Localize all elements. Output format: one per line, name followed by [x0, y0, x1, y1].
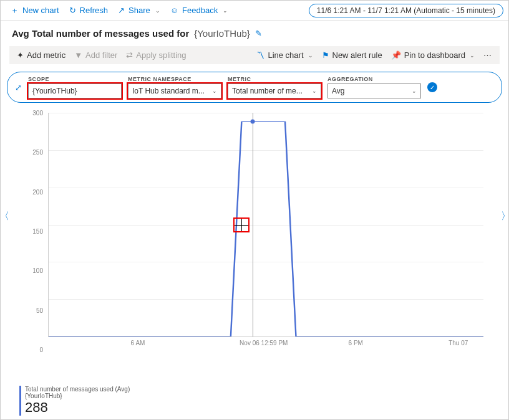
- namespace-label: METRIC NAMESPACE: [128, 76, 221, 82]
- chart-plot-area[interactable]: [48, 113, 483, 337]
- add-metric-button[interactable]: ✦Add metric: [17, 50, 65, 60]
- title-subject: {YourIoTHub}: [194, 28, 250, 39]
- scope-value: {YourIoTHub}: [32, 87, 77, 95]
- refresh-button[interactable]: ↻Refresh: [64, 4, 114, 17]
- chevron-down-icon: ⌄: [223, 7, 228, 14]
- chart-legend[interactable]: Total number of messages used (Avg) {You…: [19, 386, 130, 416]
- add-filter-label: Add filter: [85, 50, 117, 60]
- add-metric-label: Add metric: [27, 50, 65, 60]
- aggregation-label: AGGREGATION: [327, 76, 421, 82]
- add-metric-icon: ✦: [17, 50, 24, 60]
- feedback-button[interactable]: ☺Feedback⌄: [165, 4, 233, 17]
- new-alert-label: New alert rule: [332, 50, 382, 60]
- edit-title-button[interactable]: ✎: [255, 29, 262, 38]
- legend-value: 288: [25, 399, 130, 416]
- chart-type-button[interactable]: 〽Line chart⌄: [256, 50, 313, 60]
- refresh-label: Refresh: [80, 6, 109, 15]
- hover-guideline: [253, 113, 253, 336]
- apply-splitting-button[interactable]: ⇄Apply splitting: [126, 50, 186, 60]
- prev-chart-button[interactable]: 〈: [0, 210, 8, 219]
- y-axis: 300 250 200 150 100 50 0: [21, 113, 43, 350]
- namespace-picker[interactable]: METRIC NAMESPACE IoT Hub standard m...⌄: [128, 76, 221, 98]
- scope-label: SCOPE: [28, 76, 122, 82]
- crosshair-cursor: [233, 217, 250, 232]
- time-range-selector[interactable]: 11/6 1:21 AM - 11/7 1:21 AM (Automatic -…: [309, 4, 503, 17]
- alert-icon: ⚑: [322, 50, 329, 60]
- aggregation-picker[interactable]: AGGREGATION Avg⌄: [327, 76, 421, 98]
- chevron-down-icon: ⌄: [308, 52, 313, 59]
- scope-picker[interactable]: SCOPE {YourIoTHub}: [28, 76, 122, 98]
- chart-type-label: Line chart: [268, 50, 303, 60]
- pin-icon: 📌: [391, 50, 401, 60]
- pin-label: Pin to dashboard: [404, 50, 465, 60]
- feedback-label: Feedback: [182, 6, 218, 15]
- aggregation-value: Avg: [332, 87, 344, 95]
- line-chart-icon: 〽: [256, 50, 264, 60]
- legend-series-name: Total number of messages used (Avg): [25, 386, 130, 393]
- metric-picker[interactable]: METRIC Total number of me...⌄: [228, 76, 321, 98]
- chevron-down-icon: ⌄: [312, 88, 317, 94]
- more-options-button[interactable]: ⋯: [483, 50, 492, 60]
- title-prefix: Avg Total number of messages used for: [12, 28, 189, 39]
- pin-to-dashboard-button[interactable]: 📌Pin to dashboard⌄: [391, 50, 475, 60]
- chevron-down-icon: ⌄: [155, 7, 160, 14]
- new-alert-rule-button[interactable]: ⚑New alert rule: [322, 50, 382, 60]
- add-filter-button[interactable]: ▼Add filter: [74, 50, 117, 60]
- namespace-value: IoT Hub standard m...: [132, 87, 205, 95]
- legend-resource-name: {YourIoTHub}: [25, 393, 130, 399]
- metric-value: Total number of me...: [232, 87, 303, 95]
- metric-label: METRIC: [228, 76, 321, 82]
- chevron-down-icon: ⌄: [412, 88, 417, 94]
- filter-icon: ▼: [74, 50, 82, 60]
- chevron-down-icon: ⌄: [212, 88, 217, 94]
- chevron-down-icon: ⌄: [470, 52, 475, 59]
- share-button[interactable]: ↗Share⌄: [113, 4, 165, 17]
- share-label: Share: [128, 6, 150, 15]
- series-line: [49, 113, 483, 336]
- next-chart-button[interactable]: 〉: [501, 210, 509, 219]
- chart-title: Avg Total number of messages used for {Y…: [1, 21, 508, 46]
- new-chart-button[interactable]: ＋New chart: [6, 3, 64, 18]
- new-chart-label: New chart: [22, 6, 59, 15]
- confirm-metric-button[interactable]: ✓: [427, 82, 437, 92]
- expand-picker-icon[interactable]: ⤢: [15, 83, 22, 92]
- hover-point: [250, 120, 254, 124]
- apply-splitting-label: Apply splitting: [136, 50, 186, 60]
- split-icon: ⇄: [126, 50, 133, 60]
- time-range-text: 11/6 1:21 AM - 11/7 1:21 AM (Automatic -…: [317, 6, 495, 15]
